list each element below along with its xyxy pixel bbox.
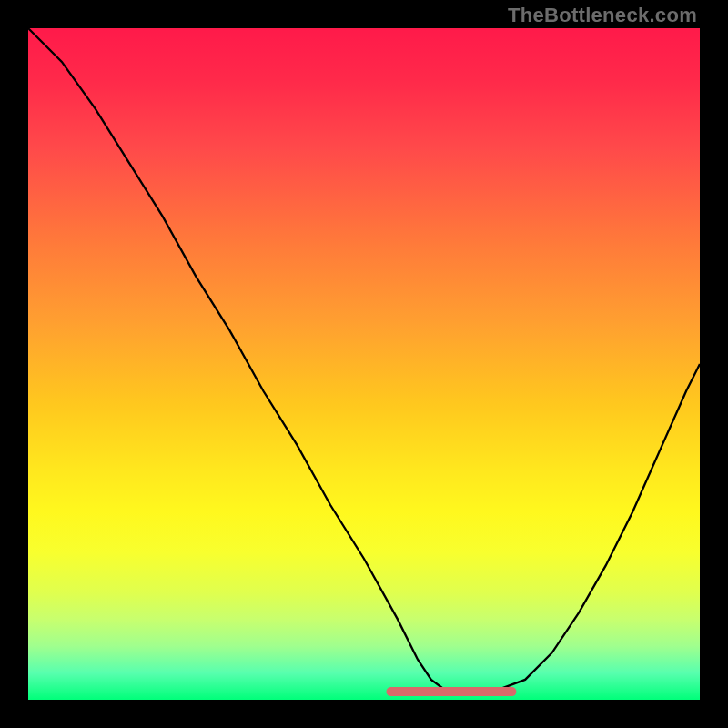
chart-svg: [28, 28, 700, 700]
bottleneck-curve: [28, 28, 700, 693]
watermark-text: TheBottleneck.com: [508, 4, 697, 27]
chart-frame: TheBottleneck.com: [0, 0, 728, 728]
